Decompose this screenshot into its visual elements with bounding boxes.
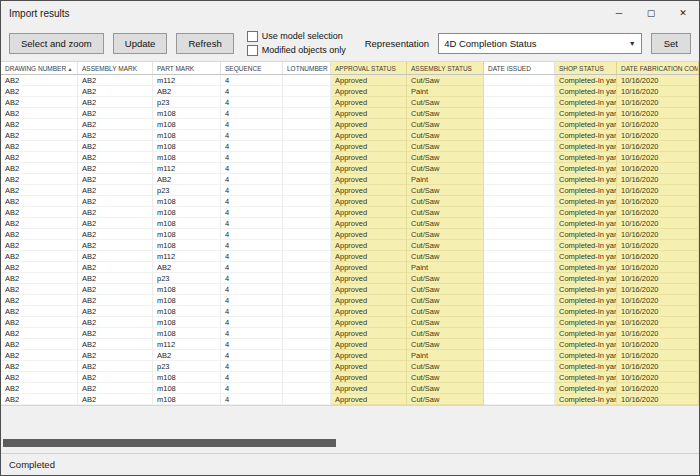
column-header-shop[interactable]: SHOP STATUS [555, 62, 617, 74]
column-header-lot[interactable]: LOTNUMBER [283, 62, 331, 74]
cell-lot [283, 383, 331, 394]
table-row[interactable]: AB2AB2p234ApprovedCut/SawCompleted-In ya… [1, 361, 699, 372]
table-row[interactable]: AB2AB2m1084ApprovedCut/SawCompleted-In y… [1, 328, 699, 339]
cell-assembly: AB2 [78, 141, 153, 152]
table-row[interactable]: AB2AB2m1084ApprovedCut/SawCompleted-In y… [1, 108, 699, 119]
column-header-date_fab[interactable]: DATE FABRICATION COMPL [617, 62, 699, 74]
cell-drawing: AB2 [1, 229, 78, 240]
cell-shop: Completed-In yard [555, 174, 617, 185]
results-grid: DRAWING NUMBER ▲ASSEMBLY MARKPART MARKSE… [1, 61, 699, 405]
table-row[interactable]: AB2AB2m1084ApprovedCut/SawCompleted-In y… [1, 295, 699, 306]
cell-assembly_status: Cut/Saw [407, 339, 484, 350]
cell-lot [283, 97, 331, 108]
refresh-button[interactable]: Refresh [176, 33, 233, 54]
cell-lot [283, 240, 331, 251]
table-row[interactable]: AB2AB2m1084ApprovedCut/SawCompleted-In y… [1, 306, 699, 317]
table-row[interactable]: AB2AB2AB24ApprovedPaintCompleted-In yard… [1, 86, 699, 97]
representation-dropdown[interactable]: 4D Completion Status ▼ [438, 33, 642, 54]
cell-part: m112 [153, 75, 221, 86]
horizontal-scrollbar[interactable] [3, 437, 697, 449]
table-row[interactable]: AB2AB2m1084ApprovedCut/SawCompleted-In y… [1, 372, 699, 383]
table-row[interactable]: AB2AB2m1124ApprovedCut/SawCompleted-In y… [1, 251, 699, 262]
table-row[interactable]: AB2AB2p234ApprovedCut/SawCompleted-In ya… [1, 185, 699, 196]
column-header-drawing[interactable]: DRAWING NUMBER ▲ [1, 62, 78, 74]
use-model-selection-option[interactable]: Use model selection [247, 30, 346, 42]
column-header-assembly_status[interactable]: ASSEMBLY STATUS [407, 62, 484, 74]
update-button[interactable]: Update [113, 33, 168, 54]
cell-assembly_status: Paint [407, 174, 484, 185]
table-row[interactable]: AB2AB2m1084ApprovedCut/SawCompleted-In y… [1, 141, 699, 152]
maximize-button[interactable]: ▢ [635, 1, 667, 25]
table-row[interactable]: AB2AB2m1084ApprovedCut/SawCompleted-In y… [1, 394, 699, 405]
cell-shop: Completed-In yard [555, 207, 617, 218]
cell-lot [283, 119, 331, 130]
table-row[interactable]: AB2AB2m1084ApprovedCut/SawCompleted-In y… [1, 130, 699, 141]
cell-date_issued [484, 86, 555, 97]
cell-date_issued [484, 108, 555, 119]
cell-date_fab: 10/16/2020 [617, 328, 699, 339]
cell-sequence: 4 [221, 251, 283, 262]
table-row[interactable]: AB2AB2p234ApprovedCut/SawCompleted-In ya… [1, 273, 699, 284]
table-row[interactable]: AB2AB2m1124ApprovedCut/SawCompleted-In y… [1, 163, 699, 174]
scrollbar-thumb[interactable] [3, 439, 336, 447]
cell-sequence: 4 [221, 240, 283, 251]
select-and-zoom-button[interactable]: Select and zoom [9, 33, 104, 54]
minimize-icon: ─ [616, 8, 622, 18]
cell-sequence: 4 [221, 328, 283, 339]
cell-date_fab: 10/16/2020 [617, 295, 699, 306]
cell-part: m108 [153, 229, 221, 240]
close-button[interactable]: ✕ [667, 1, 699, 25]
table-row[interactable]: AB2AB2AB24ApprovedPaintCompleted-In yard… [1, 350, 699, 361]
minimize-button[interactable]: ─ [603, 1, 635, 25]
cell-date_fab: 10/16/2020 [617, 108, 699, 119]
table-row[interactable]: AB2AB2m1084ApprovedCut/SawCompleted-In y… [1, 207, 699, 218]
cell-lot [283, 372, 331, 383]
column-header-part[interactable]: PART MARK [153, 62, 221, 74]
column-header-assembly[interactable]: ASSEMBLY MARK [78, 62, 153, 74]
use-model-selection-checkbox[interactable] [247, 31, 258, 42]
cell-shop: Completed-In yard [555, 240, 617, 251]
cell-lot [283, 163, 331, 174]
cell-date_issued [484, 306, 555, 317]
cell-drawing: AB2 [1, 306, 78, 317]
table-row[interactable]: AB2AB2m1084ApprovedCut/SawCompleted-In y… [1, 240, 699, 251]
cell-date_issued [484, 317, 555, 328]
table-row[interactable]: AB2AB2m1084ApprovedCut/SawCompleted-In y… [1, 284, 699, 295]
cell-sequence: 4 [221, 229, 283, 240]
table-row[interactable]: AB2AB2m1084ApprovedCut/SawCompleted-In y… [1, 317, 699, 328]
cell-date_issued [484, 163, 555, 174]
cell-assembly: AB2 [78, 361, 153, 372]
table-row[interactable]: AB2AB2m1084ApprovedCut/SawCompleted-In y… [1, 229, 699, 240]
table-row[interactable]: AB2AB2m1124ApprovedCut/SawCompleted-In y… [1, 75, 699, 86]
column-header-approval[interactable]: APPROVAL STATUS [331, 62, 407, 74]
table-row[interactable]: AB2AB2m1084ApprovedCut/SawCompleted-In y… [1, 119, 699, 130]
table-row[interactable]: AB2AB2m1084ApprovedCut/SawCompleted-In y… [1, 383, 699, 394]
cell-part: m108 [153, 328, 221, 339]
cell-date_fab: 10/16/2020 [617, 240, 699, 251]
table-row[interactable]: AB2AB2m1084ApprovedCut/SawCompleted-In y… [1, 218, 699, 229]
table-row[interactable]: AB2AB2m1124ApprovedCut/SawCompleted-In y… [1, 339, 699, 350]
cell-approval: Approved [331, 218, 407, 229]
cell-assembly_status: Cut/Saw [407, 108, 484, 119]
modified-objects-only-option[interactable]: Modified objects only [247, 44, 346, 56]
cell-shop: Completed-In yard [555, 306, 617, 317]
table-row[interactable]: AB2AB2m1084ApprovedCut/SawCompleted-In y… [1, 152, 699, 163]
cell-sequence: 4 [221, 372, 283, 383]
column-header-sequence[interactable]: SEQUENCE [221, 62, 283, 74]
modified-objects-only-checkbox[interactable] [247, 45, 258, 56]
representation-label: Representation [365, 38, 429, 49]
table-row[interactable]: AB2AB2AB24ApprovedPaintCompleted-In yard… [1, 262, 699, 273]
cell-shop: Completed-In yard [555, 163, 617, 174]
cell-assembly: AB2 [78, 130, 153, 141]
cell-part: AB2 [153, 86, 221, 97]
cell-date_issued [484, 130, 555, 141]
table-row[interactable]: AB2AB2AB24ApprovedPaintCompleted-In yard… [1, 174, 699, 185]
cell-date_issued [484, 119, 555, 130]
set-button[interactable]: Set [651, 33, 691, 54]
table-row[interactable]: AB2AB2m1084ApprovedCut/SawCompleted-In y… [1, 196, 699, 207]
cell-assembly_status: Paint [407, 86, 484, 97]
column-header-date_issued[interactable]: DATE ISSUED [484, 62, 555, 74]
table-row[interactable]: AB2AB2p234ApprovedCut/SawCompleted-In ya… [1, 97, 699, 108]
cell-assembly: AB2 [78, 394, 153, 405]
cell-date_issued [484, 152, 555, 163]
